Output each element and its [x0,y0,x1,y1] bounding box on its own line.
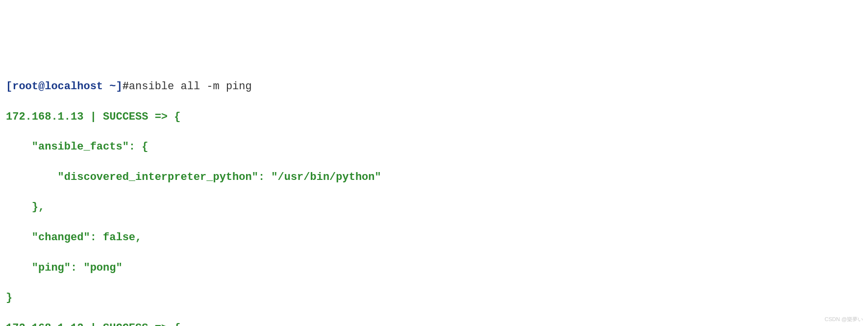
prompt-host: localhost [45,80,103,93]
result-host1-facts-open: "ansible_facts": { [6,140,862,155]
result-host1-header: 172.168.1.13 | SUCCESS => { [6,110,862,125]
prompt-at: @ [38,80,45,93]
command-text: ansible all -m ping [129,80,252,93]
prompt-user: root [12,80,38,93]
prompt-hash: # [123,80,129,93]
prompt-line-1[interactable]: [root@localhost ~]#ansible all -m ping [6,79,862,95]
result-host1-changed: "changed": false, [6,230,862,246]
watermark-text: CSDN @樂夢い [825,316,863,323]
prompt-path: ~ [109,80,116,93]
result-host1-interpreter: "discovered_interpreter_python": "/usr/b… [6,170,862,185]
result-host1-facts-close: }, [6,200,862,215]
result-host2-header: 172.168.1.12 | SUCCESS => { [6,321,862,326]
terminal-output: [root@localhost ~]#ansible all -m ping 1… [6,64,862,326]
result-host1-close: } [6,291,862,306]
prompt-space [103,80,109,93]
prompt-open-bracket: [ [6,80,12,93]
result-host1-ping: "ping": "pong" [6,261,862,276]
prompt-close-bracket: ] [116,80,122,93]
